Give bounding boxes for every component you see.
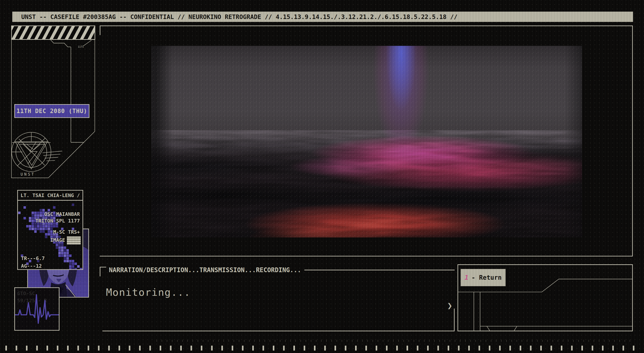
scan-line: M-SC TRS+ — [53, 229, 80, 235]
water-texture — [151, 130, 582, 238]
narration-bottom-rule — [102, 331, 454, 331]
narration-right-stub — [454, 309, 454, 331]
narration-text: Monitoring... — [106, 286, 190, 298]
corner-bracket-icon — [100, 267, 106, 276]
choices-panel: 1 - Return — [458, 264, 633, 331]
image-label: IMAGE — [50, 237, 65, 243]
timeline-ruler — [156, 340, 633, 344]
logo-wordmark: UNST — [20, 172, 35, 176]
casefile-header-bar: UNST -- CASEFILE #200385AG -- CONFIDENTI… — [12, 12, 633, 22]
choice-return-button[interactable]: 1 - Return — [461, 269, 506, 286]
frame-code-label: 1171 — [78, 45, 84, 48]
image-chip — [67, 236, 81, 244]
vitals-monitor: GTO-SC 59/125 - R — [14, 287, 60, 331]
hazard-stripes — [12, 26, 95, 39]
unst-logo: UNST — [9, 128, 65, 179]
advance-arrow-icon[interactable]: ❯ — [447, 301, 452, 311]
org-line-2: TRITON SPL 1177 — [35, 218, 80, 224]
film-sprocket-strip — [5, 346, 640, 351]
tr-reading: TR---6.7 — [21, 256, 45, 261]
org-line-1: OSC MAIANBAR — [44, 211, 80, 217]
date-badge: 11TH DEC 2080 (THU) — [14, 104, 90, 118]
ekg-waveform — [15, 288, 59, 330]
scene-image — [151, 46, 582, 238]
officer-name: LT. TSAI CHIA-LENG / — [18, 191, 82, 201]
narration-legend-row: NARRATION/DESCRIPTION...TRANSMISSION...R… — [100, 264, 455, 276]
scene-dark-shapes — [151, 46, 582, 238]
date-text: 11TH DEC 2080 (THU) — [16, 108, 87, 114]
casefile-title: UNST -- CASEFILE #200385AG -- CONFIDENTI… — [12, 13, 458, 20]
officer-card-body: OSC MAIANBAR TRITON SPL 1177 M-SC TRS+ I… — [18, 201, 82, 269]
game-screen: UNST -- CASEFILE #200385AG -- CONFIDENTI… — [0, 0, 644, 353]
choice-key: 1 — [465, 274, 468, 281]
legend-rule — [304, 270, 454, 270]
narration-panel: NARRATION/DESCRIPTION...TRANSMISSION...R… — [100, 261, 455, 331]
ag-reading: AG---12 — [21, 263, 42, 269]
narration-legend: NARRATION/DESCRIPTION...TRANSMISSION...R… — [109, 266, 301, 274]
officer-card: LT. TSAI CHIA-LENG / OSC MAIANBAR TRITON… — [17, 190, 83, 270]
scene-viewport — [100, 25, 633, 257]
choice-label: - Return — [472, 274, 502, 281]
